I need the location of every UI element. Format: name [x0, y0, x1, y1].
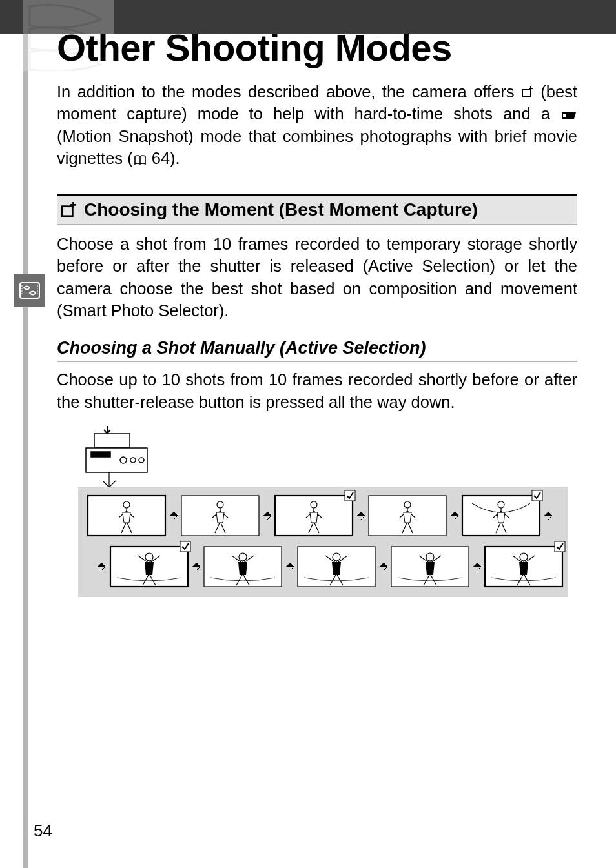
intro-text-1: In addition to the modes described above…: [57, 83, 521, 101]
section-heading: Choosing the Moment (Best Moment Capture…: [84, 199, 478, 220]
left-margin-strip: [23, 34, 28, 868]
best-moment-capture-icon: [521, 86, 534, 99]
intro-paragraph: In addition to the modes described above…: [57, 81, 577, 170]
svg-rect-6: [91, 452, 110, 457]
page-title: Other Shooting Modes: [57, 26, 577, 69]
filmstrip-row-2: [98, 541, 565, 587]
svg-rect-24: [555, 541, 565, 552]
svg-rect-4: [94, 434, 130, 448]
page-content: Other Shooting Modes In addition to the …: [57, 26, 577, 616]
svg-rect-14: [345, 490, 355, 501]
side-tab: [14, 274, 45, 307]
camera-icon: [86, 426, 147, 472]
intro-text-4: 64).: [147, 149, 180, 167]
svg-rect-0: [20, 283, 39, 298]
section-body: Choose a shot from 10 frames recorded to…: [57, 233, 577, 322]
mode-tab-icon: [18, 279, 41, 302]
page-number: 54: [34, 821, 52, 841]
svg-rect-19: [180, 541, 190, 552]
best-moment-capture-icon: [61, 201, 77, 218]
motion-snapshot-icon: [560, 110, 577, 121]
svg-rect-1: [522, 90, 531, 97]
section-heading-bar: Choosing the Moment (Best Moment Capture…: [57, 194, 577, 225]
filmstrip-row-1: [88, 490, 552, 536]
subsection-body: Choose up to 10 shots from 10 frames rec…: [57, 368, 577, 413]
page-ref-icon: [133, 155, 147, 165]
active-selection-diagram: [57, 426, 577, 613]
subsection-heading-wrap: Choosing a Shot Manually (Active Selecti…: [57, 338, 577, 362]
svg-rect-17: [532, 490, 542, 501]
svg-rect-3: [62, 206, 72, 216]
subsection-heading: Choosing a Shot Manually (Active Selecti…: [57, 338, 577, 358]
svg-rect-2: [563, 114, 566, 117]
